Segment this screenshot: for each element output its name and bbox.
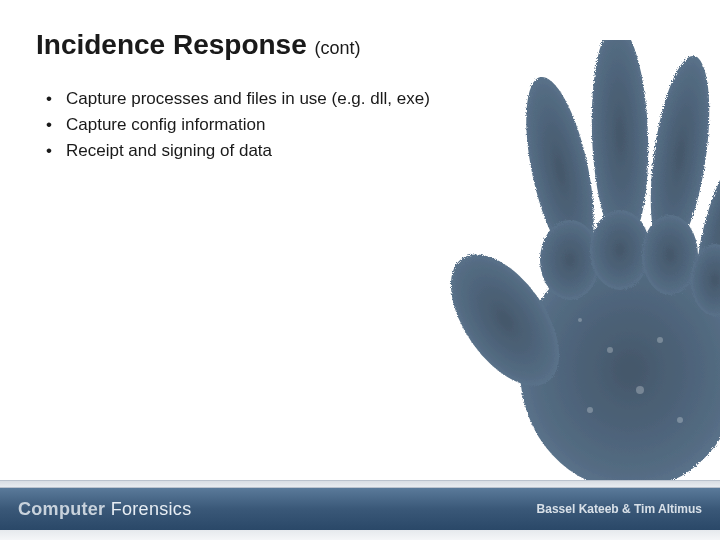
svg-point-8 (642, 215, 698, 295)
svg-point-13 (657, 337, 663, 343)
slide-footer: Computer Forensics Bassel Kateeb & Tim A… (0, 480, 720, 540)
svg-point-10 (607, 347, 613, 353)
bullet-list: Capture processes and files in use (e.g.… (36, 86, 684, 165)
slide-content: Incidence Response (cont) Capture proces… (0, 0, 720, 165)
footer-brand-light: Forensics (111, 499, 192, 519)
slide-title: Incidence Response (cont) (36, 28, 684, 62)
svg-point-11 (636, 386, 644, 394)
slide: Incidence Response (cont) Capture proces… (0, 0, 720, 540)
bullet-item: Capture processes and files in use (e.g.… (46, 86, 684, 112)
footer-brand-strong: Computer (18, 499, 105, 519)
svg-point-14 (578, 318, 582, 322)
footer-authors: Bassel Kateeb & Tim Altimus (537, 502, 702, 516)
svg-point-15 (677, 417, 683, 423)
svg-point-7 (590, 210, 650, 290)
svg-point-12 (587, 407, 593, 413)
footer-main: Computer Forensics Bassel Kateeb & Tim A… (0, 488, 720, 530)
title-suffix: (cont) (315, 38, 361, 58)
footer-brand: Computer Forensics (18, 499, 191, 520)
bullet-item: Receipt and signing of data (46, 138, 684, 164)
footer-divider-top (0, 480, 720, 488)
footer-divider-bottom (0, 530, 720, 540)
title-main: Incidence Response (36, 29, 307, 60)
bullet-item: Capture config information (46, 112, 684, 138)
